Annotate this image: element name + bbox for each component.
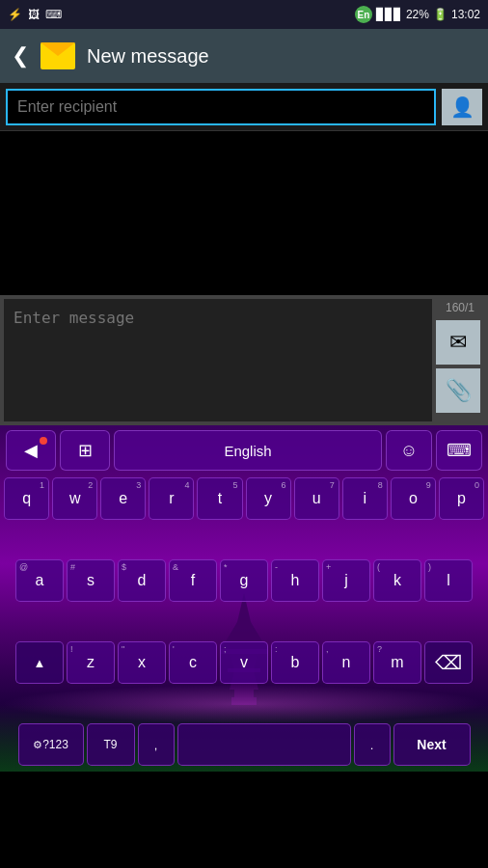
message-input[interactable] [4, 299, 432, 421]
status-bar: ⚡ 🖼 ⌨ En ▊▊▊ 22% 🔋 13:02 [0, 0, 488, 29]
keyboard-content: ◀ ⊞ English ☺ ⌨ 1q 2w 3e 4r 5t 6y 7u [0, 425, 488, 772]
key-o[interactable]: 9o [391, 477, 436, 520]
key-i[interactable]: 8i [342, 477, 388, 520]
key-q[interactable]: 1q [4, 477, 49, 520]
keyboard-row-1: 1q 2w 3e 4r 5t 6y 7u 8i 9o 0p [0, 475, 488, 557]
t9-label: T9 [103, 738, 117, 751]
next-key[interactable]: Next [393, 723, 471, 766]
battery-percent: 22% [406, 8, 429, 21]
comma-key[interactable]: , [138, 723, 175, 766]
key-e[interactable]: 3e [100, 477, 146, 520]
attach-icon: 📎 [446, 378, 472, 403]
battery-icon: 🔋 [433, 8, 447, 21]
key-t[interactable]: 5t [197, 477, 242, 520]
shift-icon: ▲ [34, 656, 46, 670]
app-bar: ❮ New message [0, 29, 488, 83]
key-f[interactable]: &f [169, 559, 217, 602]
key-j[interactable]: +j [322, 559, 370, 602]
key-s[interactable]: #s [67, 559, 115, 602]
language-label: English [224, 443, 271, 459]
clipboard-icon: ⊞ [78, 440, 93, 461]
keyboard-layout-button[interactable]: ⌨ [436, 430, 482, 471]
attach-button[interactable]: 📎 [436, 368, 480, 413]
backspace-icon: ⌫ [435, 651, 462, 674]
num-switch-label: ?123 [42, 738, 68, 751]
key-a[interactable]: @a [15, 559, 64, 602]
mic-icon: ◀ [24, 440, 38, 461]
key-p[interactable]: 0p [439, 477, 484, 520]
key-v[interactable]: ;v [220, 641, 268, 684]
keyboard-layout-icon: ⌨ [447, 440, 472, 461]
keyboard-icon: ⌨ [45, 8, 62, 21]
key-r[interactable]: 4r [149, 477, 194, 520]
char-count: 160/1 [436, 299, 484, 316]
key-d[interactable]: $d [118, 559, 166, 602]
keyboard-row-2: @a #s $d &f *g -h +j (k )l [0, 557, 488, 639]
recipient-input[interactable] [6, 89, 436, 125]
mic-button[interactable]: ◀ [6, 430, 56, 471]
message-actions: 160/1 ✉ 📎 [436, 299, 484, 421]
recipient-row: 👤 [0, 83, 488, 131]
key-w[interactable]: 2w [52, 477, 97, 520]
signal-icon: ▊▊▊ [376, 8, 402, 21]
usb-icon: ⚡ [8, 8, 22, 21]
key-m[interactable]: ?m [373, 641, 421, 684]
status-icons: ⚡ 🖼 ⌨ [8, 8, 62, 21]
language-badge: En [355, 6, 372, 23]
key-y[interactable]: 6y [246, 477, 291, 520]
backspace-key[interactable]: ⌫ [424, 641, 473, 684]
message-area: 160/1 ✉ 📎 [0, 295, 488, 425]
keyboard-bottom-row: ⚙ ?123 T9 , . Next [0, 721, 488, 772]
emoji-icon: ☺ [400, 441, 418, 461]
t9-key[interactable]: T9 [87, 723, 135, 766]
key-h[interactable]: -h [271, 559, 319, 602]
page-title: New message [87, 45, 476, 68]
key-u[interactable]: 7u [294, 477, 339, 520]
person-icon: 👤 [450, 95, 474, 119]
num-switch-key[interactable]: ⚙ ?123 [18, 723, 84, 766]
clipboard-button[interactable]: ⊞ [60, 430, 110, 471]
settings-icon: ⚙ [33, 739, 42, 751]
next-label: Next [417, 737, 446, 752]
key-n[interactable]: ,n [322, 641, 370, 684]
key-k[interactable]: (k [373, 559, 421, 602]
key-z[interactable]: !z [67, 641, 115, 684]
comma-label: , [154, 738, 158, 752]
emoji-button[interactable]: ☺ [386, 430, 432, 471]
period-key[interactable]: . [354, 723, 391, 766]
key-c[interactable]: 'c [169, 641, 217, 684]
period-label: . [370, 738, 374, 752]
back-button[interactable]: ❮ [12, 43, 29, 68]
time-display: 13:02 [451, 8, 480, 21]
key-b[interactable]: :b [271, 641, 319, 684]
key-x[interactable]: "x [118, 641, 166, 684]
shift-key[interactable]: ▲ [15, 641, 64, 684]
keyboard: ◀ ⊞ English ☺ ⌨ 1q 2w 3e 4r 5t 6y 7u [0, 425, 488, 772]
message-body-area [0, 131, 488, 295]
key-l[interactable]: )l [424, 559, 473, 602]
keyboard-toolbar: ◀ ⊞ English ☺ ⌨ [0, 425, 488, 475]
image-icon: 🖼 [28, 8, 40, 21]
mail-icon [41, 42, 75, 69]
language-button[interactable]: English [114, 430, 382, 471]
space-key[interactable] [177, 723, 351, 766]
send-icon: ✉ [449, 330, 467, 355]
send-button[interactable]: ✉ [436, 320, 480, 365]
status-right: En ▊▊▊ 22% 🔋 13:02 [355, 6, 480, 23]
contact-picker-button[interactable]: 👤 [442, 89, 482, 125]
keyboard-row-3: ▲ !z "x 'c ;v :b ,n ?m ⌫ [0, 639, 488, 721]
mic-active-dot [40, 437, 47, 445]
key-g[interactable]: *g [220, 559, 268, 602]
